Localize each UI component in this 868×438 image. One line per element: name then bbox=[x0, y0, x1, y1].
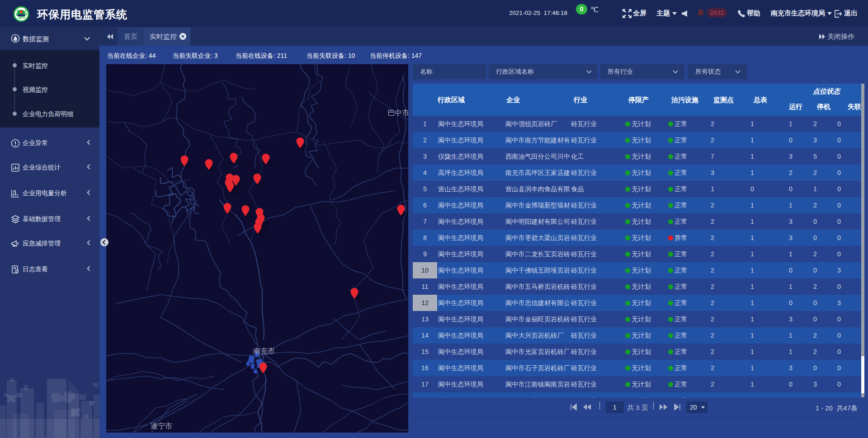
svg-text:遂宁市: 遂宁市 bbox=[151, 422, 172, 430]
svg-text:巴中市: 巴中市 bbox=[387, 109, 408, 117]
svg-text:南充市: 南充市 bbox=[253, 347, 275, 355]
